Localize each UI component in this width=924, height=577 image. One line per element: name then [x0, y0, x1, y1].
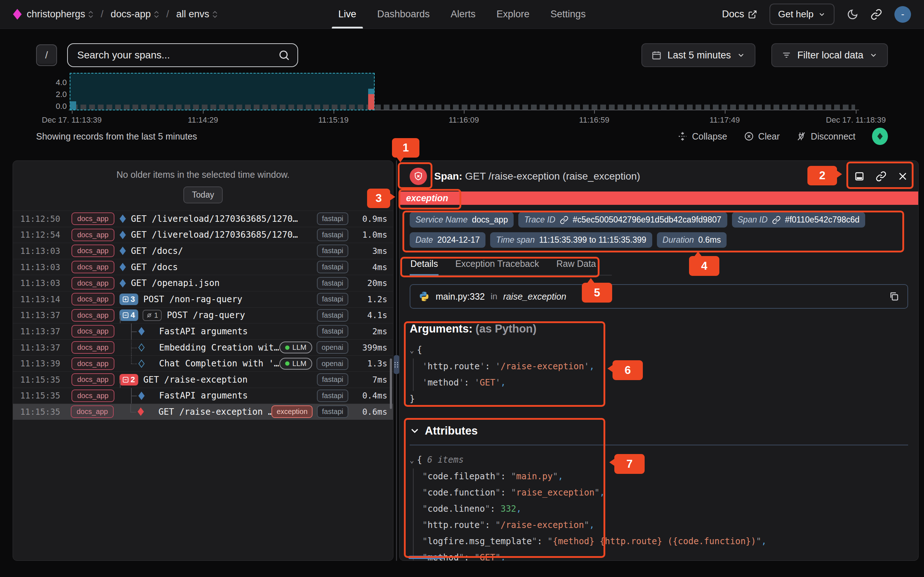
- span-diamond-icon: [138, 343, 145, 351]
- x-axis-tick: [203, 110, 204, 114]
- chevron-down-icon: [737, 51, 745, 60]
- service-tag: fastapi: [317, 325, 348, 338]
- tab-exception-traceback[interactable]: Exception Traceback: [454, 259, 540, 275]
- nav-tab-live[interactable]: Live: [338, 0, 356, 29]
- x-axis-label: Dec 17. 11:13:39: [42, 115, 102, 125]
- meta-pill-trace-id[interactable]: Trace ID#c5ec5005042796e91d5db42ca9fd980…: [518, 212, 727, 227]
- service-pill: docs_app: [71, 390, 115, 402]
- meta-label: Span ID: [738, 215, 768, 225]
- tab-details[interactable]: Details: [410, 259, 439, 275]
- chart-bar[interactable]: [368, 89, 374, 110]
- hidden-spans-pill[interactable]: 1: [142, 310, 162, 321]
- arguments-subtitle: (as Python): [476, 322, 537, 335]
- meta-pill-span-id[interactable]: Span ID#f0110e542c798c6d: [732, 212, 866, 227]
- nav-tab-settings[interactable]: Settings: [551, 0, 586, 29]
- nav-tab-alerts[interactable]: Alerts: [451, 0, 475, 29]
- collapse-badge[interactable]: 4: [120, 309, 138, 321]
- arguments-code: ⌄{'http.route': '/raise-exception','meth…: [410, 342, 908, 407]
- attributes-code: ⌄{6 items"code.filepath": "main.py","cod…: [410, 452, 908, 561]
- exception-banner: exception: [399, 192, 918, 205]
- copy-link-icon[interactable]: [876, 171, 887, 182]
- collapse-button[interactable]: Collapse: [677, 131, 727, 142]
- service-tag: fastapi: [317, 245, 348, 257]
- user-avatar[interactable]: -: [894, 6, 911, 23]
- span-row[interactable]: 11:13:37docs_app41POST /rag-queryfastapi…: [13, 307, 393, 324]
- today-pill[interactable]: Today: [183, 187, 223, 203]
- service-pill: docs_app: [71, 325, 115, 338]
- collapse-badge[interactable]: 2: [120, 374, 138, 385]
- arguments-title: Arguments:: [410, 322, 472, 335]
- status-bar: Showing records from the last 5 minutes …: [0, 124, 924, 145]
- logfire-logo-icon[interactable]: [13, 9, 22, 20]
- nav-tab-dashboards[interactable]: Dashboards: [377, 0, 430, 29]
- org-selector[interactable]: christophergs: [27, 9, 94, 20]
- eye-off-icon: [146, 312, 152, 318]
- docs-link[interactable]: Docs: [722, 9, 757, 20]
- disconnect-icon: [796, 131, 806, 141]
- filter-local-data-button[interactable]: Filter local data: [771, 43, 888, 67]
- env-selector[interactable]: all envs: [176, 9, 218, 20]
- panel-resize-handle[interactable]: [394, 355, 399, 374]
- time-range-button[interactable]: Last 5 minutes: [641, 43, 756, 67]
- span-row[interactable]: 11:13:03docs_appGET /docs/fastapi3ms: [13, 243, 393, 259]
- span-name: GET /openapi.json: [131, 278, 220, 288]
- span-name: POST /non-rag-query: [143, 294, 242, 305]
- span-duration: 1.3s: [353, 359, 387, 368]
- span-time: 11:15:35: [20, 407, 66, 416]
- main-nav-tabs: LiveDashboardsAlertsExploreSettings: [338, 0, 585, 29]
- meta-pill-service-name: Service Namedocs_app: [410, 212, 514, 227]
- span-row[interactable]: 11:15:35docs_appFastAPI argumentsfastapi…: [13, 388, 393, 404]
- span-name: Chat Completion with '…: [159, 358, 279, 369]
- nav-tab-explore[interactable]: Explore: [497, 0, 530, 29]
- span-row[interactable]: 11:12:54docs_appGET /livereload/12703636…: [13, 227, 393, 243]
- link-icon: [560, 216, 569, 224]
- top-nav: christophergs / docs-app / all envs Live…: [0, 0, 924, 29]
- span-row[interactable]: 11:13:37docs_appEmbedding Creation wit…L…: [13, 339, 393, 356]
- theme-toggle-button[interactable]: [847, 9, 858, 20]
- chart-bar[interactable]: [70, 102, 76, 110]
- span-diamond-icon: [138, 359, 145, 368]
- span-time: 11:12:50: [20, 214, 66, 224]
- meta-value: #c5ec5005042796e91d5db42ca9fd9807: [573, 215, 722, 225]
- get-help-button[interactable]: Get help: [769, 3, 835, 25]
- service-tag: fastapi: [317, 390, 348, 402]
- panel-divider[interactable]: [393, 161, 399, 561]
- expand-badge[interactable]: 3: [120, 293, 138, 305]
- tree-connector: [115, 324, 154, 339]
- copy-button[interactable]: [888, 291, 900, 302]
- share-link-button[interactable]: [871, 9, 882, 20]
- search-input[interactable]: [67, 43, 298, 67]
- span-time: 11:15:35: [20, 391, 66, 400]
- span-row[interactable]: 11:12:50docs_appGET /livereload/12703636…: [13, 211, 393, 227]
- span-title: Span: GET /raise-exception (raise_except…: [434, 171, 640, 182]
- span-row[interactable]: 11:15:35docs_appGET /raise-exception …ex…: [13, 403, 393, 420]
- span-duration: 1.2s: [353, 295, 387, 304]
- span-duration: 0.6ms: [353, 407, 387, 416]
- detail-horizontal-scrollbar[interactable]: [408, 556, 444, 559]
- disconnect-button[interactable]: Disconnect: [796, 131, 855, 142]
- meta-pill-date: Date2024-12-17: [410, 232, 485, 248]
- exception-shield-icon: [410, 168, 427, 185]
- x-axis-tick: [594, 110, 595, 114]
- span-row[interactable]: 11:13:14docs_app3POST /non-rag-queryfast…: [13, 291, 393, 307]
- project-selector[interactable]: docs-app: [111, 9, 159, 20]
- close-icon[interactable]: [897, 171, 908, 182]
- span-duration: 0.4ms: [353, 391, 387, 400]
- span-row[interactable]: 11:13:03docs_appGET /openapi.jsonfastapi…: [13, 275, 393, 291]
- span-row[interactable]: 11:13:03docs_appGET /docsfastapi4ms: [13, 259, 393, 275]
- spans-histogram[interactable]: 4.02.00.0 Dec 17. 11:13:3911:14:2911:15:…: [0, 70, 924, 124]
- chevron-down-icon: [410, 426, 420, 436]
- tab-raw-data[interactable]: Raw Data: [556, 259, 597, 275]
- panel-layout-icon[interactable]: [854, 171, 865, 182]
- code-location-card: main.py:332 in raise_exception: [410, 284, 908, 309]
- live-status-indicator[interactable]: [872, 128, 888, 145]
- clear-button[interactable]: Clear: [744, 131, 780, 142]
- span-row[interactable]: 11:13:37docs_appFastAPI argumentsfastapi…: [13, 323, 393, 339]
- span-row[interactable]: 11:13:39docs_appChat Completion with '…L…: [13, 355, 393, 371]
- span-duration: 0.9ms: [353, 214, 387, 224]
- list-scrollbar[interactable]: [390, 358, 392, 409]
- span-row[interactable]: 11:15:35docs_app2GET /raise-exceptionfas…: [13, 371, 393, 388]
- attributes-toggle[interactable]: Attributes: [410, 424, 908, 437]
- link-icon: [772, 216, 781, 224]
- span-name: GET /raise-exception: [143, 375, 247, 385]
